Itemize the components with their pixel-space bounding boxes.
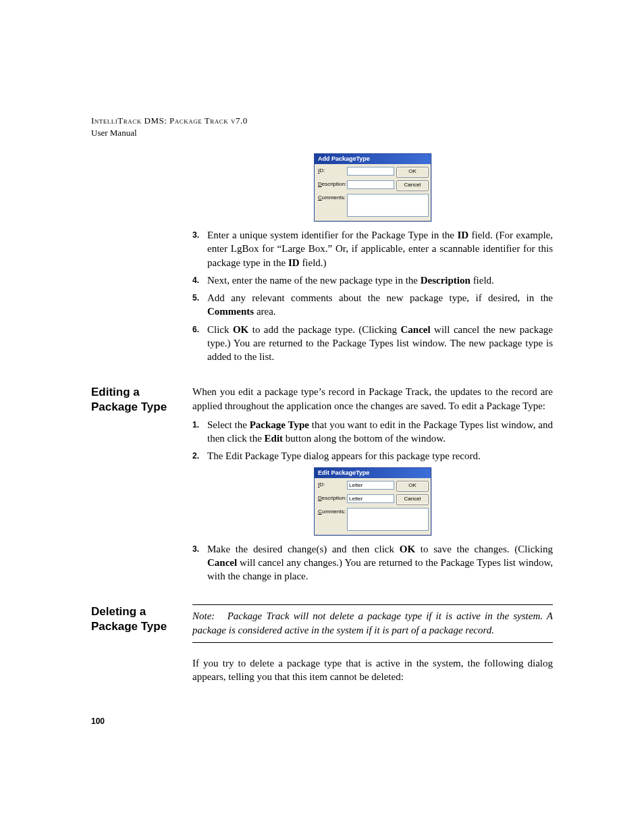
delete-note: Note: Package Track will not delete a pa… [192, 609, 553, 637]
step-text: Click OK to add the package type. (Click… [207, 323, 553, 364]
step-item: 3.Enter a unique system identifier for t… [192, 228, 553, 269]
id-field[interactable] [347, 167, 394, 176]
note-rule-bottom [192, 642, 553, 643]
ok-button[interactable]: OK [396, 481, 429, 492]
step-text: Add any relevant comments about the new … [207, 291, 553, 319]
description-field[interactable] [347, 180, 394, 189]
dialog-title: Edit PackageType [315, 468, 431, 478]
id-field[interactable]: Letter [347, 481, 394, 490]
step-text: Enter a unique system identifier for the… [207, 228, 553, 269]
header-product: IntelliTrack DMS: Package Track v7.0 [91, 115, 553, 127]
step-number: 2. [192, 449, 207, 463]
step-item: 3.Make the desired change(s) and then cl… [192, 542, 553, 583]
step-number: 3. [192, 542, 207, 583]
description-field[interactable]: Letter [347, 494, 394, 503]
add-steps-list: 3.Enter a unique system identifier for t… [192, 228, 553, 363]
header-doc-type: User Manual [91, 127, 553, 139]
cancel-button[interactable]: Cancel [396, 180, 429, 191]
comments-field[interactable] [347, 508, 429, 531]
dialog-title: Add PackageType [315, 154, 431, 164]
step-item: 1.Select the Package Type that you want … [192, 418, 553, 446]
step-text: Make the desired change(s) and then clic… [207, 542, 553, 583]
step-text: Next, enter the name of the new package … [207, 273, 553, 287]
id-label: ID: [318, 167, 345, 174]
ok-button[interactable]: OK [396, 167, 429, 178]
step-text: The Edit Package Type dialog appears for… [207, 449, 553, 463]
add-package-type-dialog-figure: Add PackageType ID: OK Description: Canc… [192, 153, 553, 221]
step-number: 1. [192, 418, 207, 446]
edit-steps-before: 1.Select the Package Type that you want … [192, 418, 553, 463]
description-label: Description: [318, 180, 345, 187]
step-item: 2.The Edit Package Type dialog appears f… [192, 449, 553, 463]
step-text: Select the Package Type that you want to… [207, 418, 553, 446]
running-header: IntelliTrack DMS: Package Track v7.0 Use… [91, 115, 553, 138]
note-label: Note: [192, 610, 215, 621]
step-item: 4.Next, enter the name of the new packag… [192, 273, 553, 287]
edit-steps-after: 3.Make the desired change(s) and then cl… [192, 542, 553, 583]
editing-intro: When you edit a package type’s record in… [192, 385, 553, 413]
deleting-heading: Deleting a Package Type [91, 604, 186, 633]
description-label: Description: [318, 494, 345, 501]
comments-label: Comments: [318, 194, 345, 201]
page-number: 100 [91, 716, 105, 726]
note-body: Package Track will not delete a package … [192, 610, 553, 635]
step-number: 6. [192, 323, 207, 364]
note-rule-top [192, 604, 553, 605]
comments-field[interactable] [347, 194, 429, 217]
step-number: 4. [192, 273, 207, 287]
step-item: 5.Add any relevant comments about the ne… [192, 291, 553, 319]
delete-para: If you try to delete a package type that… [192, 656, 553, 684]
cancel-button[interactable]: Cancel [396, 494, 429, 505]
step-number: 3. [192, 228, 207, 269]
edit-package-type-dialog-figure: Edit PackageType ID: Letter OK Descripti… [192, 467, 553, 536]
step-number: 5. [192, 291, 207, 319]
comments-label: Comments: [318, 508, 345, 515]
id-label: ID: [318, 481, 345, 488]
editing-heading: Editing a Package Type [91, 385, 186, 414]
step-item: 6.Click OK to add the package type. (Cli… [192, 323, 553, 364]
